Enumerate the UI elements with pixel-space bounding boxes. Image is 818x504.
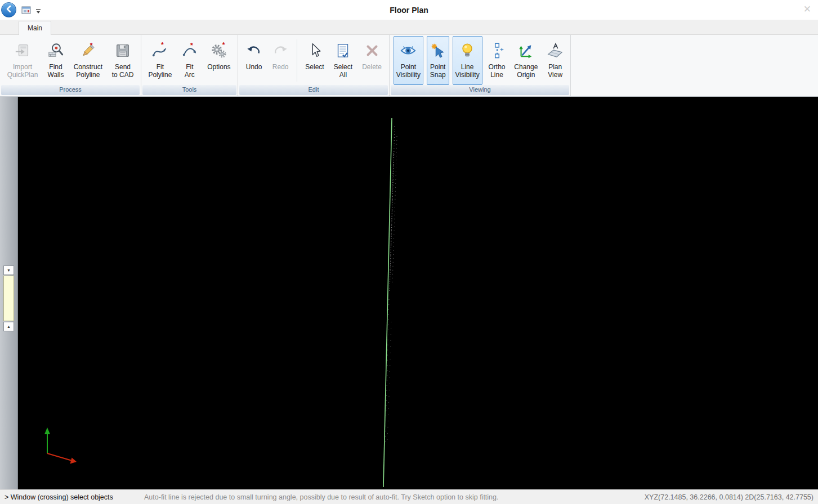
viewing-buttons: Point Visibility Point Snap Line Visibil…	[390, 35, 570, 85]
ribbon-group-process: Import QuickPlan Find Walls * Construct …	[0, 35, 141, 96]
delete-button[interactable]: Delete	[359, 36, 385, 85]
button-label: View	[548, 71, 562, 79]
options-button[interactable]: * Options	[204, 36, 233, 85]
construct-polyline-icon: *	[79, 38, 96, 63]
button-label: Arc	[185, 71, 195, 79]
edit-group-separator	[297, 39, 297, 82]
button-label: Find	[49, 63, 62, 71]
quick-access-dropdown-icon[interactable]	[35, 7, 41, 13]
undo-button[interactable]: Undo	[243, 36, 265, 85]
back-button[interactable]	[1, 2, 16, 17]
ribbon-empty-space	[571, 35, 818, 96]
fit-polyline-icon: *	[151, 38, 168, 63]
button-label: Point	[430, 63, 445, 71]
button-label: Fit	[157, 63, 164, 71]
left-rail: ▼ ▲	[0, 97, 18, 489]
fit-polyline-button[interactable]: * Fit Polyline	[145, 36, 175, 85]
fit-arc-icon: *	[181, 38, 198, 63]
find-walls-button[interactable]: Find Walls	[44, 36, 67, 85]
button-label: Walls	[48, 71, 64, 79]
button-label: Select	[305, 63, 324, 71]
ribbon-group-edit: Undo Redo Select	[238, 35, 390, 96]
command-prompt: > Window (crossing) select objects	[5, 493, 140, 501]
button-label: Undo	[246, 63, 262, 71]
back-arrow-icon	[6, 5, 12, 15]
select-all-icon	[334, 38, 351, 63]
group-label-edit: Edit	[239, 85, 388, 95]
button-label: Point	[401, 63, 416, 71]
button-label: Send	[115, 63, 131, 71]
drawing-canvas[interactable]	[18, 97, 818, 489]
quick-access-icon[interactable]	[21, 6, 32, 15]
svg-text:*: *	[161, 42, 164, 49]
button-label: Visibility	[455, 71, 480, 79]
button-label: Delete	[362, 63, 382, 71]
button-label: to CAD	[112, 71, 134, 79]
plan-view-button[interactable]: Plan View	[544, 36, 566, 85]
line-visibility-button[interactable]: Line Visibility	[453, 36, 482, 85]
ortho-line-button[interactable]: Ortho Line	[486, 36, 508, 85]
button-label: Snap	[430, 71, 446, 79]
rail-collapse-down-button[interactable]: ▼	[3, 266, 14, 275]
close-button[interactable]: ✕	[803, 4, 811, 15]
send-to-cad-button[interactable]: Send to CAD	[109, 36, 137, 85]
select-button[interactable]: Select	[302, 36, 327, 85]
button-label: Origin	[517, 71, 535, 79]
button-label: Select	[334, 63, 352, 71]
button-label: Visibility	[396, 71, 421, 79]
send-to-cad-icon	[114, 38, 131, 63]
button-label: Fit	[186, 63, 193, 71]
fitted-wall-line[interactable]	[383, 118, 392, 487]
button-label: Polyline	[76, 71, 100, 79]
redo-button[interactable]: Redo	[269, 36, 292, 85]
plan-view-icon	[547, 38, 564, 63]
undo-icon	[245, 38, 262, 63]
select-icon	[306, 38, 323, 63]
button-label: Line	[490, 71, 503, 79]
svg-text:*: *	[222, 42, 225, 49]
construct-polyline-button[interactable]: * Construct Polyline	[71, 36, 105, 85]
import-quickplan-icon	[14, 38, 31, 63]
work-area: ▼ ▲	[0, 97, 818, 489]
button-label: Construct	[74, 63, 102, 71]
canvas-graphics	[18, 97, 818, 489]
select-all-button[interactable]: Select All	[331, 36, 355, 85]
coordinate-readout: XYZ(72.1485, 36.2266, 0.0814) 2D(25.7163…	[645, 493, 813, 501]
floor-plan-window: Floor Plan ✕ Main Import QuickPlan	[0, 0, 818, 504]
ribbon: Import QuickPlan Find Walls * Construct …	[0, 35, 818, 97]
svg-text:*: *	[190, 42, 193, 50]
point-snap-button[interactable]: Point Snap	[427, 36, 449, 85]
status-message: Auto-fit line is rejected due to small t…	[140, 493, 645, 501]
tab-main[interactable]: Main	[19, 21, 51, 35]
ribbon-group-tools: * Fit Polyline * Fit Arc * Options	[141, 35, 238, 96]
group-label-process: Process	[1, 85, 140, 95]
button-label: Line	[461, 63, 474, 71]
change-origin-icon	[517, 38, 534, 63]
group-label-viewing: Viewing	[391, 85, 569, 95]
button-label: QuickPlan	[7, 71, 38, 79]
redo-icon	[272, 38, 289, 63]
button-label: Polyline	[148, 71, 172, 79]
edit-buttons: Undo Redo Select	[238, 35, 389, 85]
button-label: Ortho	[489, 63, 506, 71]
rail-yellow-panel[interactable]	[3, 276, 14, 321]
button-label: Redo	[272, 63, 289, 71]
ortho-line-icon	[489, 38, 506, 63]
rail-collapse-up-button[interactable]: ▲	[3, 322, 14, 331]
delete-icon	[364, 38, 381, 63]
statusbar: > Window (crossing) select objects Auto-…	[0, 489, 818, 504]
options-icon: *	[211, 38, 227, 63]
fit-arc-button[interactable]: * Fit Arc	[178, 36, 201, 85]
find-walls-icon	[47, 38, 64, 63]
change-origin-button[interactable]: Change Origin	[511, 36, 540, 85]
ucs-axis-icon	[44, 428, 77, 464]
process-buttons: Import QuickPlan Find Walls * Construct …	[0, 35, 141, 85]
import-quickplan-button[interactable]: Import QuickPlan	[5, 36, 41, 85]
tools-buttons: * Fit Polyline * Fit Arc * Options	[141, 35, 238, 85]
window-title: Floor Plan	[0, 6, 818, 15]
point-visibility-icon	[400, 38, 417, 63]
titlebar: Floor Plan ✕	[0, 0, 818, 20]
button-label: Import	[13, 63, 32, 71]
point-visibility-button[interactable]: Point Visibility	[394, 36, 423, 85]
ribbon-tab-row: Main	[0, 20, 818, 35]
